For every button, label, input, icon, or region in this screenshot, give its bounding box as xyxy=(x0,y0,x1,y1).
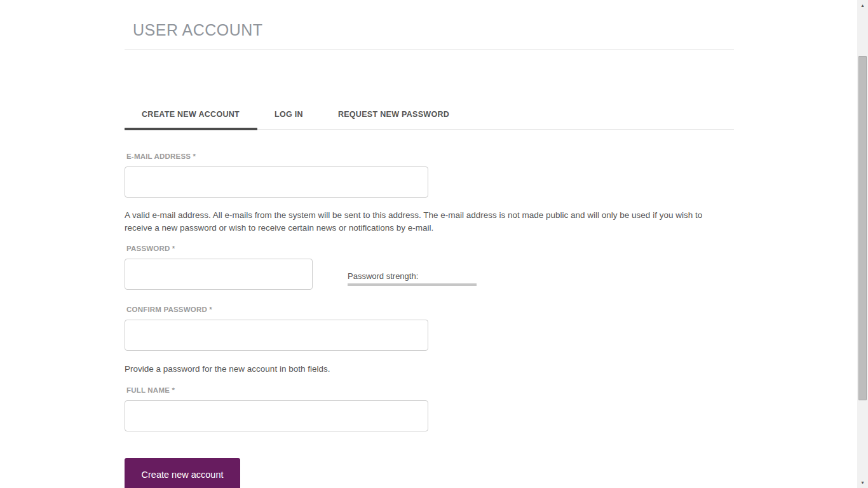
vertical-scrollbar[interactable]: ▲ ▼ xyxy=(857,0,868,488)
confirm-password-input[interactable] xyxy=(125,320,428,351)
password-field-group: PASSWORD * Password strength: xyxy=(125,245,734,290)
scrollbar-thumb[interactable] xyxy=(858,56,867,400)
email-field-group: E-MAIL ADDRESS * A valid e-mail address.… xyxy=(125,152,734,234)
tab-request-new-password[interactable]: REQUEST NEW PASSWORD xyxy=(321,101,467,129)
tab-log-in[interactable]: LOG IN xyxy=(257,101,321,129)
create-new-account-button[interactable]: Create new account xyxy=(125,458,240,488)
main-content: USER ACCOUNT CREATE NEW ACCOUNT LOG IN R… xyxy=(125,0,734,488)
full-name-label: FULL NAME * xyxy=(126,386,734,394)
password-strength-indicator: Password strength: xyxy=(348,259,477,286)
password-input[interactable] xyxy=(125,259,313,290)
create-account-form: E-MAIL ADDRESS * A valid e-mail address.… xyxy=(125,152,734,488)
password-strength-bar xyxy=(348,283,477,286)
confirm-password-field-group: CONFIRM PASSWORD * Provide a password fo… xyxy=(125,306,734,376)
page-title: USER ACCOUNT xyxy=(133,21,734,39)
scrollbar-up-arrow-icon[interactable]: ▲ xyxy=(857,0,868,11)
confirm-password-description: Provide a password for the new account i… xyxy=(125,363,729,376)
full-name-input[interactable] xyxy=(125,400,428,431)
full-name-field-group: FULL NAME * xyxy=(125,386,734,431)
scrollbar-down-arrow-icon[interactable]: ▼ xyxy=(857,477,868,488)
password-label: PASSWORD * xyxy=(126,245,734,252)
tab-create-new-account[interactable]: CREATE NEW ACCOUNT xyxy=(125,101,257,129)
password-strength-label: Password strength: xyxy=(348,271,477,281)
email-description: A valid e-mail address. All e-mails from… xyxy=(125,209,729,234)
confirm-password-label: CONFIRM PASSWORD * xyxy=(126,306,734,313)
email-input[interactable] xyxy=(125,166,428,198)
account-tabs: CREATE NEW ACCOUNT LOG IN REQUEST NEW PA… xyxy=(125,101,734,130)
title-divider xyxy=(125,49,734,50)
email-label: E-MAIL ADDRESS * xyxy=(126,152,734,160)
